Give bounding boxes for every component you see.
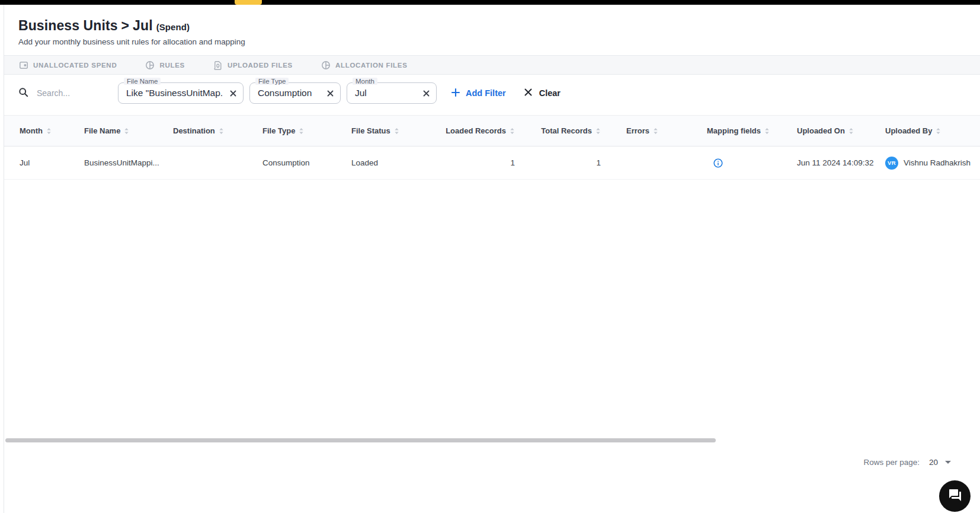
column-header-total-records[interactable]: Total Records [518,126,604,135]
avatar: VR [885,157,898,170]
add-filter-label: Add Filter [466,88,506,98]
breadcrumb-root[interactable]: Business Units [18,18,118,33]
pie-chart-icon [321,60,331,70]
search-box[interactable] [18,87,112,100]
tab-rules[interactable]: Rules [145,60,184,70]
column-header-destination[interactable]: Destination [173,126,262,135]
sort-icon[interactable] [124,128,129,135]
sort-icon[interactable] [219,128,224,135]
tab-label: Uploaded Files [228,62,293,69]
sort-icon[interactable] [848,128,854,135]
filter-chip-month[interactable]: Month Jul [347,82,437,104]
column-header-loaded-records[interactable]: Loaded Records [437,126,518,135]
cell-month: Jul [4,158,84,167]
chevron-down-icon[interactable] [945,461,951,464]
browser-top-strip [0,0,980,5]
uploaded-by-name: Vishnu Radhakrish [904,158,971,167]
tab-label: Unallocated Spend [33,62,117,69]
cell-loaded-records: 1 [437,158,518,167]
sort-icon[interactable] [299,128,304,135]
filter-bar: File Name Like "BusinessUnitMap... File … [4,75,980,111]
tab-uploaded-files[interactable]: Uploaded Files [213,60,293,70]
filter-chip-value: Like "BusinessUnitMap... [126,88,223,98]
horizontal-scrollbar[interactable] [5,438,716,442]
sort-icon[interactable] [595,128,601,135]
chat-icon [948,488,962,505]
column-header-mapping-fields[interactable]: Mapping fields [682,126,797,135]
column-header-file-type[interactable]: File Type [262,126,351,135]
tab-label: Rules [159,62,184,69]
add-filter-button[interactable]: Add Filter [451,88,506,99]
filter-chip-value: Consumption [258,88,321,98]
column-header-uploaded-on[interactable]: Uploaded On [797,126,885,135]
column-label: Loaded Records [446,126,506,135]
plus-icon [451,88,460,99]
pagination-bar: Rows per page: 20 [4,458,980,467]
column-label: File Type [262,126,295,135]
cell-file-status: Loaded [351,158,437,167]
filter-chip-label: File Type [255,78,289,85]
remove-filter-icon[interactable] [422,90,430,97]
filter-chip-label: Month [353,78,377,85]
cell-uploaded-on: Jun 11 2024 14:09:32 [797,158,885,167]
column-label: Errors [626,126,649,135]
breadcrumb-current: Jul [133,18,153,33]
column-header-uploaded-by[interactable]: Uploaded By [885,126,980,135]
tab-allocation-files[interactable]: Allocation Files [321,60,408,70]
column-header-month[interactable]: Month [4,126,84,135]
filter-chip-file-type[interactable]: File Type Consumption [249,82,341,104]
remove-filter-icon[interactable] [326,90,334,97]
cell-file-type: Consumption [262,158,351,167]
clear-label: Clear [539,88,561,98]
sort-icon[interactable] [653,128,658,135]
column-label: Uploaded By [885,126,932,135]
card-icon [19,60,28,70]
column-header-file-name[interactable]: File Name [84,126,173,135]
cell-mapping-fields [682,158,797,168]
table-header-row: Month File Name Destination File Type Fi… [4,116,980,146]
tab-unallocated-spend[interactable]: Unallocated Spend [19,60,117,70]
active-tab-indicator[interactable] [235,0,262,5]
search-input[interactable] [37,88,102,98]
rows-per-page-value[interactable]: 20 [929,458,938,467]
files-table: Month File Name Destination File Type Fi… [4,115,980,445]
column-label: File Name [84,126,120,135]
sort-icon[interactable] [46,128,52,135]
column-header-file-status[interactable]: File Status [351,126,437,135]
close-icon [524,88,533,98]
cell-uploaded-by: VR Vishnu Radhakrish [885,157,980,170]
info-icon[interactable] [713,158,723,168]
column-label: Month [20,126,43,135]
search-icon [18,87,28,100]
tab-bar: Unallocated Spend Rules Uploaded Files A… [4,55,980,75]
cell-total-records: 1 [518,158,604,167]
sort-icon[interactable] [510,128,515,135]
app-window: Business Units>Jul(Spend) Add your month… [4,5,980,513]
remove-filter-icon[interactable] [229,90,237,97]
chat-fab-button[interactable] [939,480,971,512]
document-clip-icon [213,60,223,70]
clear-filters-button[interactable]: Clear [524,88,561,98]
breadcrumb-suffix: (Spend) [156,22,190,32]
column-label: Uploaded On [797,126,845,135]
rows-per-page-label: Rows per page: [863,458,920,467]
breadcrumb: Business Units>Jul(Spend) [18,18,980,34]
page-subtitle: Add your monthly business unit rules for… [18,37,980,46]
table-row[interactable]: Jul BusinessUnitMappi... Consumption Loa… [4,146,980,180]
sort-icon[interactable] [764,128,770,135]
pie-chart-icon [145,60,155,70]
tab-label: Allocation Files [335,62,408,69]
column-header-errors[interactable]: Errors [604,126,682,135]
cell-file-name: BusinessUnitMappi... [84,158,173,167]
column-label: Destination [173,126,215,135]
breadcrumb-separator: > [121,18,130,33]
sort-icon[interactable] [936,128,941,135]
column-label: File Status [351,126,390,135]
column-label: Total Records [541,126,592,135]
filter-chip-value: Jul [355,88,417,98]
column-label: Mapping fields [707,126,761,135]
filter-chip-label: File Name [124,78,161,85]
filter-chip-file-name[interactable]: File Name Like "BusinessUnitMap... [118,82,244,104]
sort-icon[interactable] [394,128,399,135]
page-header: Business Units>Jul(Spend) Add your month… [4,5,980,46]
